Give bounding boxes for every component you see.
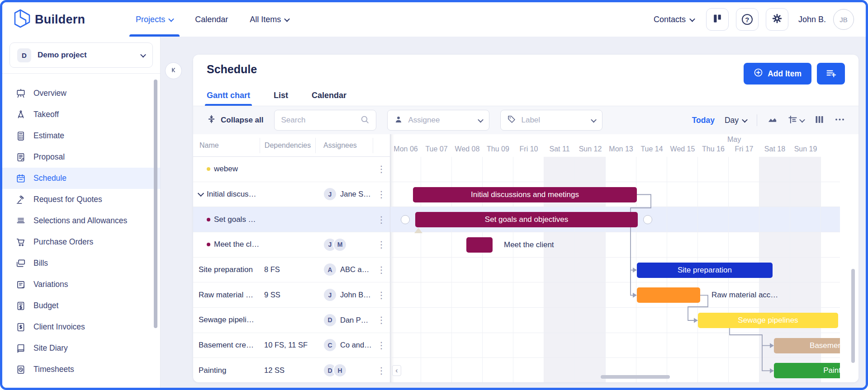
gantt-bar[interactable]: Painting	[774, 363, 840, 378]
row-menu-icon[interactable]: ⋮	[377, 190, 386, 199]
gantt-bar[interactable]: Site preparation	[637, 263, 773, 278]
nav-contacts[interactable]: Contacts	[654, 15, 694, 24]
nav-link-all-items[interactable]: All Items	[239, 2, 300, 37]
sidebar-item-estimate[interactable]: Estimate	[2, 125, 160, 146]
task-name-cell: Initial discussi…	[193, 190, 260, 199]
assignees-cell: CCo and…	[315, 338, 373, 352]
vertical-scrollbar[interactable]	[851, 269, 855, 363]
progress-handle[interactable]	[414, 228, 422, 233]
user-name[interactable]: John B.	[798, 15, 826, 24]
brand[interactable]: Buildern	[14, 9, 85, 30]
table-row[interactable]: Sewage pipeli…DDan P…⋮	[193, 308, 390, 333]
sidebar-item-overview[interactable]: Overview	[2, 83, 160, 104]
columns-button[interactable]	[814, 114, 825, 127]
bulk-add-button[interactable]	[817, 63, 845, 85]
calculator-icon	[16, 131, 26, 141]
sidebar-item-variations[interactable]: Variations	[2, 274, 160, 295]
sidebar-item-takeoff[interactable]: Takeoff	[2, 104, 160, 125]
sidebar-collapse-button[interactable]	[165, 62, 182, 79]
table-row[interactable]: Raw material …9 SSJJohn B…⋮	[193, 282, 390, 308]
sidebar-item-label: Estimate	[33, 131, 64, 141]
row-menu-cell: ⋮	[373, 265, 390, 274]
expand-chevron-icon[interactable]	[198, 190, 204, 197]
horizontal-scrollbar[interactable]	[601, 375, 670, 379]
table-row[interactable]: Basement cre…10 FS, 11 SFCCo and…⋮	[193, 333, 390, 358]
avatar[interactable]: JB	[833, 9, 854, 30]
row-menu-icon[interactable]: ⋮	[377, 240, 386, 249]
today-button[interactable]: Today	[692, 116, 715, 125]
collapse-all-button[interactable]: Collapse all	[207, 114, 263, 126]
gantt-bar[interactable]: Sewage pipelines	[698, 313, 838, 328]
row-menu-icon[interactable]: ⋮	[377, 265, 386, 274]
gantt-bar[interactable]: Initial discussions and meetings	[413, 187, 637, 202]
table-row[interactable]: webew⋮	[193, 157, 390, 182]
tab-calendar[interactable]: Calendar	[312, 85, 346, 106]
help-button[interactable]: ?	[736, 8, 759, 31]
nav-link-projects[interactable]: Projects	[125, 2, 184, 37]
task-name: Initial discussi…	[207, 190, 260, 199]
gantt-bar[interactable]: Set goals and objectives	[415, 212, 638, 227]
table-row[interactable]: Initial discussi…JJane S…⋮	[193, 182, 390, 207]
table-row[interactable]: Site preparation8 FSAABC a…⋮	[193, 258, 390, 283]
help-icon: ?	[742, 14, 753, 25]
collapse-vertical-icon	[207, 114, 216, 126]
row-menu-icon[interactable]: ⋮	[377, 315, 386, 324]
sidebar-item-site-diary[interactable]: Site Diary	[2, 338, 160, 359]
sidebar-item-proposal[interactable]: Proposal	[2, 146, 160, 168]
assignees-cell: AABC a…	[315, 263, 373, 277]
row-menu-icon[interactable]: ⋮	[377, 215, 386, 224]
tab-list[interactable]: List	[274, 85, 288, 106]
search-input[interactable]	[281, 116, 360, 125]
scroll-left-button[interactable]: ‹	[392, 365, 401, 376]
zoom-level-select[interactable]: Day	[725, 116, 747, 125]
sidebar-item-bills[interactable]: Bills	[2, 253, 160, 274]
chevron-down-icon	[284, 16, 290, 22]
sidebar-item-selections-and-allowances[interactable]: Selections and Allowances	[2, 210, 160, 231]
app-window: Buildern ProjectsCalendarAll Items Conta…	[0, 0, 868, 390]
sidebar-item-purchase-orders[interactable]: Purchase Orders	[2, 231, 160, 253]
task-name-cell: Basement cre…	[193, 341, 260, 350]
assignee-filter[interactable]: Assignee	[387, 110, 489, 131]
project-name: Demo project	[38, 51, 135, 60]
settings-button[interactable]	[766, 8, 788, 31]
sidebar-item-timesheets[interactable]: Timesheets	[2, 359, 160, 380]
task-name: Meet the cli…	[214, 240, 260, 249]
gantt-bar[interactable]: Basement cre…	[774, 338, 840, 353]
baselines-button[interactable]	[767, 114, 778, 127]
tab-gantt-chart[interactable]: Gantt chart	[207, 85, 250, 106]
timeline-header: MayMon 06Tue 07Wed 08Thu 09Fri 10Sat 11S…	[390, 134, 840, 157]
nav-link-calendar[interactable]: Calendar	[184, 2, 239, 37]
month-label: May	[727, 136, 741, 144]
sidebar-scrollbar[interactable]	[154, 80, 157, 328]
label-filter[interactable]: Label	[500, 110, 602, 131]
gantt-bar[interactable]	[466, 237, 493, 253]
table-row[interactable]: Meet the cli…JM⋮	[193, 232, 390, 258]
collapse-all-label: Collapse all	[221, 116, 263, 125]
table-row[interactable]: Painting12 SSDH⋮	[193, 358, 390, 382]
row-menu-icon[interactable]: ⋮	[377, 341, 386, 350]
baseline-chart-icon	[767, 114, 778, 127]
add-item-button[interactable]: Add Item	[744, 63, 811, 85]
row-menu-icon[interactable]: ⋮	[377, 366, 386, 375]
display-settings-button[interactable]	[787, 114, 804, 127]
nav-link-label: All Items	[250, 15, 281, 24]
sidebar-item-client-invoices[interactable]: Client Invoices	[2, 316, 160, 338]
task-name: Sewage pipeli…	[199, 315, 254, 324]
kanban-button[interactable]	[706, 8, 729, 31]
row-menu-icon[interactable]: ⋮	[377, 291, 386, 300]
column-header-dependencies: Dependencies	[260, 138, 315, 153]
row-menu-icon[interactable]: ⋮	[377, 164, 386, 174]
day-label: Sat 11	[544, 145, 575, 153]
proposal-icon	[16, 152, 26, 162]
gantt-bar[interactable]	[637, 287, 700, 303]
table-row[interactable]: Set goals a…⋮	[193, 207, 390, 232]
sidebar-item-label: Schedule	[33, 174, 66, 183]
timeline-body: Initial discussions and meetingsSet goal…	[390, 157, 840, 382]
more-button[interactable]	[835, 114, 845, 127]
sidebar-item-budget[interactable]: Budget	[2, 295, 160, 316]
sidebar-item-request-for-quotes[interactable]: Request for Quotes	[2, 189, 160, 210]
day-label: Wed 15	[667, 145, 698, 153]
sidebar-item-schedule[interactable]: Schedule	[2, 168, 160, 189]
sidebar-item-label: Request for Quotes	[33, 195, 102, 204]
project-selector[interactable]: D Demo project	[9, 42, 153, 68]
